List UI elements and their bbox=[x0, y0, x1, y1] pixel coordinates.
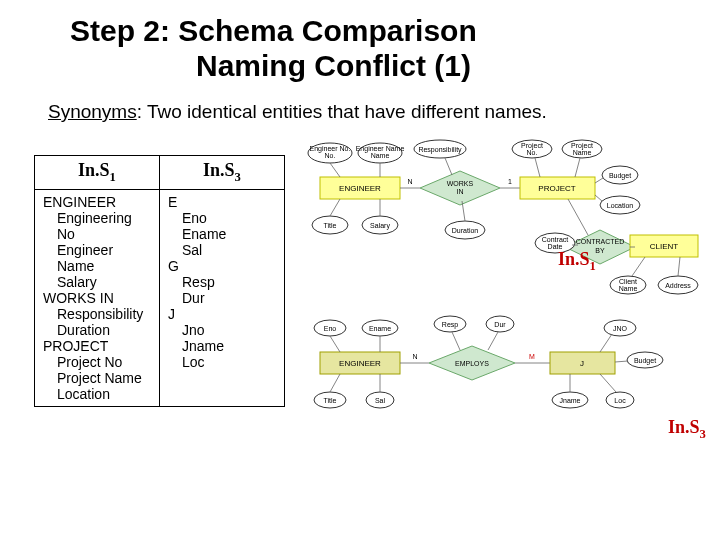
svg-text:Salary: Salary bbox=[370, 222, 390, 230]
svg-text:ENGINEER: ENGINEER bbox=[339, 184, 381, 193]
svg-line-62 bbox=[678, 257, 680, 276]
svg-text:Budget: Budget bbox=[634, 357, 656, 365]
svg-line-73 bbox=[330, 336, 340, 352]
svg-line-61 bbox=[632, 257, 645, 276]
svg-text:ENGINEER: ENGINEER bbox=[339, 359, 381, 368]
svg-text:CONTRACTED: CONTRACTED bbox=[576, 238, 625, 245]
cell-s1: ENGINEER Engineering No Engineer Name Sa… bbox=[35, 189, 160, 406]
svg-line-44 bbox=[595, 195, 602, 201]
svg-text:WORKS: WORKS bbox=[447, 180, 474, 187]
svg-text:J: J bbox=[580, 359, 584, 368]
svg-line-23 bbox=[445, 158, 452, 175]
svg-line-14 bbox=[330, 199, 340, 216]
svg-text:M: M bbox=[529, 353, 535, 360]
label-s1: In.S1 bbox=[558, 249, 596, 274]
svg-line-51 bbox=[568, 199, 588, 235]
svg-text:Sal: Sal bbox=[375, 397, 386, 404]
svg-line-75 bbox=[330, 374, 340, 392]
svg-text:No.: No. bbox=[325, 152, 336, 159]
svg-line-100 bbox=[615, 361, 628, 362]
svg-text:Address: Address bbox=[665, 282, 691, 289]
title-line-2: Naming Conflict (1) bbox=[70, 49, 471, 82]
col-header-s1: In.S1 bbox=[35, 156, 160, 190]
label-s3: In.S3 bbox=[668, 417, 706, 442]
svg-text:BY: BY bbox=[595, 247, 605, 254]
svg-text:CLIENT: CLIENT bbox=[650, 242, 679, 251]
svg-text:Client: Client bbox=[619, 278, 637, 285]
svg-line-99 bbox=[600, 334, 612, 352]
svg-text:Resp: Resp bbox=[442, 321, 458, 329]
svg-text:Jname: Jname bbox=[559, 397, 580, 404]
synonyms-label: Synonyms bbox=[48, 101, 137, 122]
svg-line-42 bbox=[575, 158, 580, 177]
svg-text:Location: Location bbox=[607, 202, 634, 209]
cell-s3: E Eno Ename Sal G Resp Dur J Jno Jname L… bbox=[160, 189, 285, 406]
svg-text:No.: No. bbox=[527, 149, 538, 156]
svg-text:Responsibility: Responsibility bbox=[418, 146, 462, 154]
svg-text:EMPLOYS: EMPLOYS bbox=[455, 360, 489, 367]
svg-line-41 bbox=[535, 158, 540, 177]
svg-text:Name: Name bbox=[371, 152, 390, 159]
svg-text:Loc: Loc bbox=[614, 397, 626, 404]
svg-text:Title: Title bbox=[324, 397, 337, 404]
svg-text:Ename: Ename bbox=[369, 325, 391, 332]
synonyms-definition: Synonyms: Two identical entities that ha… bbox=[0, 83, 720, 123]
synonyms-text: : Two identical entities that have diffe… bbox=[137, 101, 547, 122]
svg-text:Budget: Budget bbox=[609, 172, 631, 180]
col-header-s3: In.S3 bbox=[160, 156, 285, 190]
svg-line-102 bbox=[600, 374, 616, 392]
svg-text:Name: Name bbox=[573, 149, 592, 156]
svg-text:JNO: JNO bbox=[613, 325, 628, 332]
er-diagrams: Engineer No.No. Engineer NameName Title … bbox=[300, 135, 715, 455]
svg-text:Dur: Dur bbox=[494, 321, 506, 328]
comparison-table: In.S1 In.S3 ENGINEER Engineering No Engi… bbox=[34, 155, 285, 407]
svg-text:N: N bbox=[412, 353, 417, 360]
title-line-1: Step 2: Schema Comparison bbox=[70, 14, 477, 47]
svg-line-84 bbox=[488, 332, 498, 350]
svg-text:N: N bbox=[407, 178, 412, 185]
svg-text:Contract: Contract bbox=[542, 236, 569, 243]
svg-text:Duration: Duration bbox=[452, 227, 479, 234]
svg-line-43 bbox=[595, 178, 603, 183]
svg-text:1: 1 bbox=[508, 178, 512, 185]
svg-line-12 bbox=[330, 163, 340, 177]
svg-line-83 bbox=[452, 332, 460, 350]
svg-text:IN: IN bbox=[457, 188, 464, 195]
svg-text:Name: Name bbox=[619, 285, 638, 292]
svg-text:Eno: Eno bbox=[324, 325, 337, 332]
slide-title: Step 2: Schema Comparison Naming Conflic… bbox=[0, 0, 720, 83]
svg-text:Title: Title bbox=[324, 222, 337, 229]
svg-text:PROJECT: PROJECT bbox=[538, 184, 575, 193]
